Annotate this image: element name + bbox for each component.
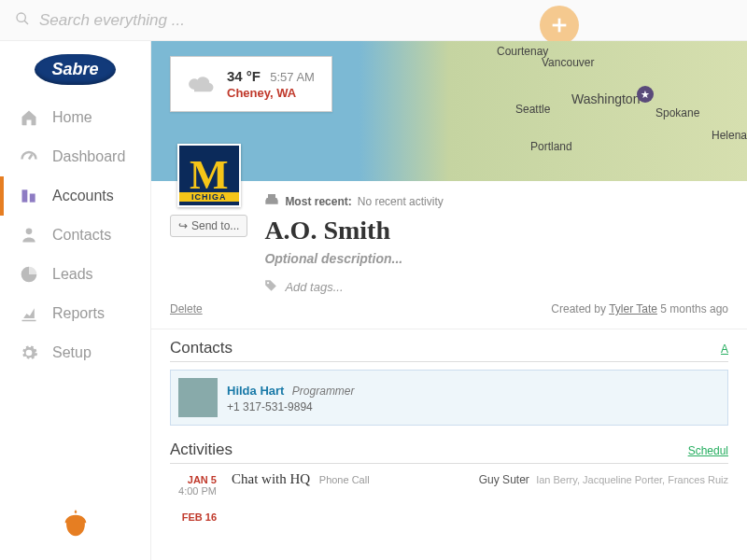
map-pin-icon[interactable]: ★ [637,86,654,103]
map-label: Washington [571,91,640,106]
recent-value: No recent activity [358,195,444,208]
nav-label: Leads [52,266,93,283]
activity-time: 4:00 PM [170,485,217,497]
brand-logo-text: Sabre [35,54,115,85]
printer-icon [264,194,279,208]
sidebar: Sabre Home Dashboard Accounts Contacts L… [0,41,151,560]
activity-type: Phone Call [319,474,370,485]
cloud-icon [188,74,214,95]
avatar-badge-text: ICHIGA [179,192,239,202]
svg-rect-6 [30,194,35,203]
search-input[interactable] [39,11,413,30]
account-avatar[interactable]: M ICHIGA [177,144,241,207]
nav-label: Setup [52,344,92,361]
top-bar [0,0,747,41]
recent-activity-line: Most recent: No recent activity [264,194,728,208]
accounts-icon [19,186,39,206]
svg-rect-5 [22,189,28,202]
weather-time: 5:57 AM [270,70,315,84]
activities-section: Activities Schedul JAN 5 4:00 PM Chat wi… [151,431,747,536]
map-label: Helena [712,129,747,142]
created-by-user-link[interactable]: Tyler Tate [609,302,657,315]
gear-icon [19,343,39,363]
app-logo-icon [0,491,150,560]
nav-item-home[interactable]: Home [0,98,150,137]
add-button[interactable] [540,6,579,45]
nav-label: Contacts [52,227,111,244]
map-label: Vancouver [542,56,594,69]
activity-row[interactable]: FEB 16 [170,504,728,530]
account-meta-row: Delete Created by Tyler Tate 5 months ag… [151,299,747,329]
nav-item-accounts[interactable]: Accounts [0,176,150,216]
account-description[interactable]: Optional description... [264,251,728,266]
gauge-icon [19,147,39,167]
svg-point-0 [17,13,25,21]
chart-icon [19,303,39,324]
home-icon [19,107,39,128]
activity-other-people: Ian Berry, Jacqueline Porter, Frances Ru… [536,474,728,485]
tag-icon [264,279,277,295]
weather-card: 34 °F 5:57 AM Cheney, WA [170,56,332,112]
nav-list: Home Dashboard Accounts Contacts Leads R… [0,98,150,372]
nav-label: Reports [52,305,105,322]
svg-line-4 [29,155,32,160]
weather-temp: 34 °F [227,68,261,84]
contact-name: Hilda Hart [227,384,284,398]
activity-date: FEB 16 [170,511,217,523]
nav-item-leads[interactable]: Leads [0,255,150,294]
map-label: Spokane [655,106,699,119]
svg-line-1 [24,21,28,24]
pie-icon [19,264,39,285]
add-tags-label: Add tags... [285,280,343,294]
contacts-heading: Contacts [170,339,233,357]
weather-temp-line: 34 °F 5:57 AM [227,68,315,84]
activities-heading: Activities [170,441,233,459]
nav-label: Accounts [52,188,114,204]
nav-item-contacts[interactable]: Contacts [0,216,150,255]
account-header: M ICHIGA ↪ Send to... Most recent: No re… [151,181,747,299]
share-icon: ↪ [178,219,188,232]
contacts-action-link[interactable]: A [721,343,728,356]
activity-title: Chat with HQ [232,471,310,486]
contact-phone: +1 317-531-9894 [227,400,355,413]
nav-item-setup[interactable]: Setup [0,333,150,372]
activity-row[interactable]: JAN 5 4:00 PM Chat with HQ Phone Call Gu… [170,464,728,504]
person-icon [19,225,39,245]
contacts-section: Contacts A Hilda Hart Programmer +1 317-… [151,329,747,431]
nav-item-reports[interactable]: Reports [0,294,150,333]
nav-label: Home [52,109,92,126]
svg-point-7 [26,229,33,235]
nav-label: Dashboard [52,148,125,165]
account-name: A.O. Smith [264,216,728,245]
activity-primary-person: Guy Suter [479,473,529,486]
weather-location: Cheney, WA [227,86,315,100]
svg-point-8 [267,282,269,284]
map-label: Portland [530,140,572,153]
recent-label: Most recent: [285,195,351,208]
map-label: Seattle [515,103,550,116]
contact-thumbnail [178,378,218,417]
send-to-label: Send to... [191,219,239,232]
send-to-button[interactable]: ↪ Send to... [170,215,247,237]
main-content: 34 °F 5:57 AM Cheney, WA Courtenay Vanco… [151,41,747,560]
created-by-text: Created by Tyler Tate 5 months ago [551,302,728,315]
contact-card[interactable]: Hilda Hart Programmer +1 317-531-9894 [170,370,728,426]
contact-role: Programmer [292,385,355,398]
activities-schedule-link[interactable]: Schedul [688,444,728,457]
activity-date: JAN 5 [170,474,217,485]
delete-link[interactable]: Delete [170,302,203,315]
search-icon [15,11,30,30]
add-tags-row[interactable]: Add tags... [264,279,728,295]
nav-item-dashboard[interactable]: Dashboard [0,137,150,176]
brand-logo: Sabre [0,41,150,98]
